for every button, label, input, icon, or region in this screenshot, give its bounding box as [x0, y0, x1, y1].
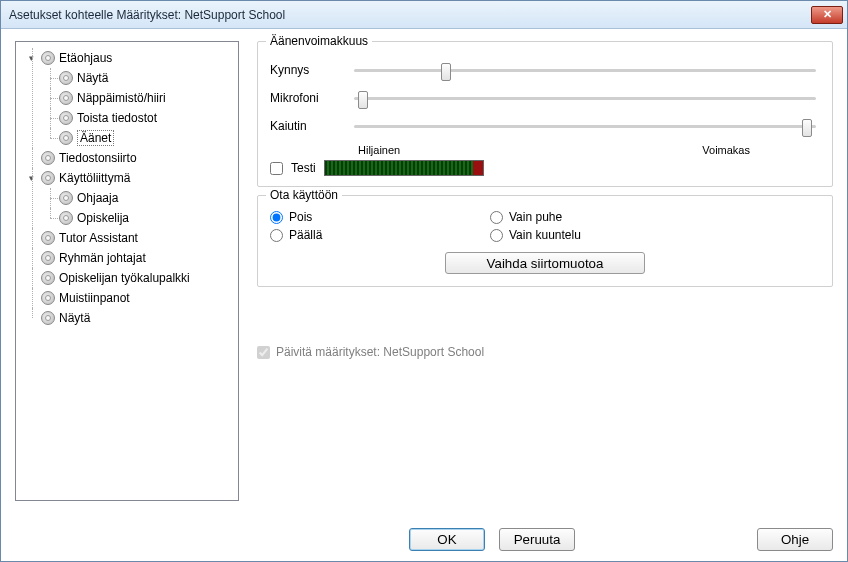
- titlebar: Asetukset kohteelle Määritykset: NetSupp…: [1, 1, 847, 29]
- volume-label: Kynnys: [270, 63, 340, 77]
- gear-icon: [41, 251, 55, 265]
- window-title: Asetukset kohteelle Määritykset: NetSupp…: [9, 8, 285, 22]
- volume-row: Mikrofoni: [270, 84, 820, 112]
- collapse-icon[interactable]: ▾: [26, 173, 37, 184]
- gear-icon: [59, 71, 73, 85]
- low-label: Hiljainen: [358, 144, 400, 156]
- radio-listen-label: Vain kuuntelu: [509, 228, 581, 242]
- gear-icon: [59, 191, 73, 205]
- dialog-footer: OK Peruuta Ohje: [15, 518, 833, 551]
- test-checkbox[interactable]: [270, 162, 283, 175]
- slider-thumb[interactable]: [441, 63, 451, 81]
- gear-icon: [41, 311, 55, 325]
- tree-node-label[interactable]: Muistiinpanot: [59, 291, 130, 305]
- close-icon: ✕: [823, 8, 832, 20]
- tree-node-label[interactable]: Näytä: [59, 311, 90, 325]
- radio-speech-only[interactable]: Vain puhe: [490, 210, 670, 224]
- volume-label: Mikrofoni: [270, 91, 340, 105]
- update-config-label: Päivitä määritykset: NetSupport School: [276, 345, 484, 359]
- high-label: Voimakas: [702, 144, 750, 156]
- radio-on[interactable]: Päällä: [270, 228, 450, 242]
- gear-icon: [41, 231, 55, 245]
- gear-icon: [59, 131, 73, 145]
- tree-node-label[interactable]: Näppäimistö/hiiri: [77, 91, 166, 105]
- settings-dialog: Asetukset kohteelle Määritykset: NetSupp…: [0, 0, 848, 562]
- enable-group: Ota käyttöön Pois Vain puhe Päällä Vain …: [257, 195, 833, 287]
- volume-row: Kynnys: [270, 56, 820, 84]
- ok-button[interactable]: OK: [409, 528, 485, 551]
- slider-thumb[interactable]: [802, 119, 812, 137]
- gear-icon: [41, 171, 55, 185]
- volume-label: Kaiutin: [270, 119, 340, 133]
- tree-node-label[interactable]: Käyttöliittymä: [59, 171, 130, 185]
- tree-node-label[interactable]: Tutor Assistant: [59, 231, 138, 245]
- test-label: Testi: [291, 161, 316, 175]
- dialog-body: ▾EtäohjausNäytäNäppäimistö/hiiriToista t…: [1, 29, 847, 561]
- gear-icon: [59, 111, 73, 125]
- tree-node-label[interactable]: Äänet: [77, 130, 114, 146]
- level-meter: [324, 160, 484, 176]
- tree-node-label[interactable]: Opiskelija: [77, 211, 129, 225]
- update-config-row: Päivitä määritykset: NetSupport School: [257, 345, 833, 359]
- volume-row: Kaiutin: [270, 112, 820, 140]
- tree-node-label[interactable]: Näytä: [77, 71, 108, 85]
- tree-node-label[interactable]: Toista tiedostot: [77, 111, 157, 125]
- radio-on-label: Päällä: [289, 228, 322, 242]
- volume-group: Äänenvoimakkuus KynnysMikrofoniKaiutin H…: [257, 41, 833, 187]
- update-config-checkbox: [257, 346, 270, 359]
- gear-icon: [41, 271, 55, 285]
- volume-slider[interactable]: [350, 69, 820, 72]
- tree-node-label[interactable]: Ryhmän johtajat: [59, 251, 146, 265]
- radio-speech-label: Vain puhe: [509, 210, 562, 224]
- gear-icon: [41, 51, 55, 65]
- nav-tree[interactable]: ▾EtäohjausNäytäNäppäimistö/hiiriToista t…: [15, 41, 239, 501]
- volume-slider[interactable]: [350, 125, 820, 128]
- gear-icon: [59, 91, 73, 105]
- cancel-button[interactable]: Peruuta: [499, 528, 575, 551]
- enable-group-title: Ota käyttöön: [266, 188, 342, 202]
- tree-node-label[interactable]: Ohjaaja: [77, 191, 118, 205]
- settings-pane: Äänenvoimakkuus KynnysMikrofoniKaiutin H…: [257, 41, 833, 518]
- close-button[interactable]: ✕: [811, 6, 843, 24]
- gear-icon: [41, 151, 55, 165]
- collapse-icon[interactable]: ▾: [26, 53, 37, 64]
- radio-listen-only[interactable]: Vain kuuntelu: [490, 228, 670, 242]
- gear-icon: [41, 291, 55, 305]
- tree-node-label[interactable]: Tiedostonsiirto: [59, 151, 137, 165]
- change-format-button[interactable]: Vaihda siirtomuotoa: [445, 252, 645, 274]
- volume-group-title: Äänenvoimakkuus: [266, 34, 372, 48]
- volume-slider[interactable]: [350, 97, 820, 100]
- radio-off[interactable]: Pois: [270, 210, 450, 224]
- help-button[interactable]: Ohje: [757, 528, 833, 551]
- gear-icon: [59, 211, 73, 225]
- slider-thumb[interactable]: [358, 91, 368, 109]
- tree-node-label[interactable]: Opiskelijan työkalupalkki: [59, 271, 190, 285]
- radio-off-label: Pois: [289, 210, 312, 224]
- tree-node-label[interactable]: Etäohjaus: [59, 51, 112, 65]
